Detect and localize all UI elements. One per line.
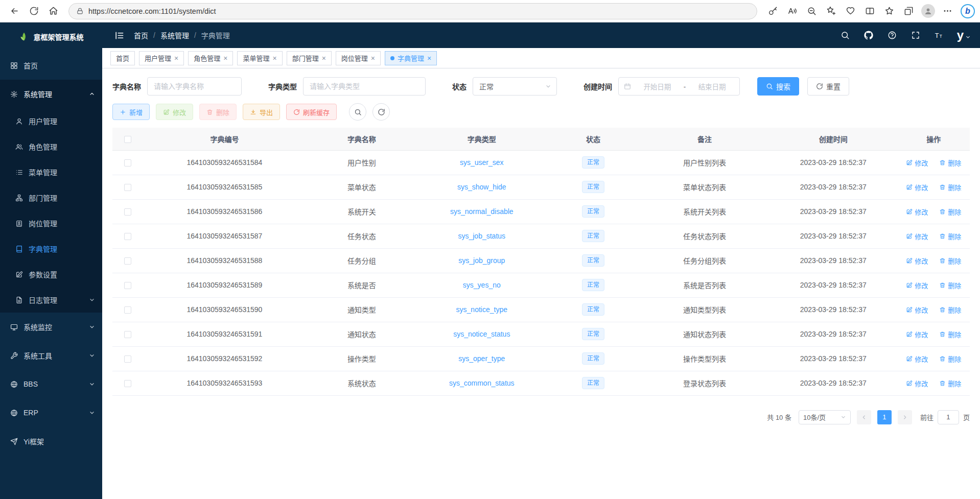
row-checkbox[interactable]: [124, 159, 131, 167]
add-button[interactable]: 新增: [112, 104, 150, 120]
edit-row-link[interactable]: 修改: [906, 305, 928, 315]
page-number-1[interactable]: 1: [877, 410, 892, 424]
row-checkbox[interactable]: [124, 380, 131, 387]
dict-type-input[interactable]: [303, 77, 426, 96]
tab-user-management[interactable]: 用户管理 ×: [139, 51, 184, 65]
tab-role-management[interactable]: 角色管理 ×: [188, 51, 233, 65]
fullscreen-icon[interactable]: [910, 30, 921, 41]
breadcrumb-system[interactable]: 系统管理: [160, 30, 189, 40]
sidebar-item-system-tools[interactable]: 系统工具: [0, 341, 102, 370]
browser-menu-icon[interactable]: [938, 3, 956, 20]
row-checkbox[interactable]: [124, 257, 131, 265]
dict-name-input[interactable]: [147, 77, 242, 96]
goto-page-input[interactable]: [938, 410, 959, 424]
close-icon[interactable]: ×: [223, 55, 227, 62]
edit-row-link[interactable]: 修改: [906, 231, 928, 241]
export-button[interactable]: 导出: [243, 104, 280, 120]
tab-post-management[interactable]: 岗位管理 ×: [336, 51, 381, 65]
edit-row-link[interactable]: 修改: [906, 256, 928, 266]
browser-refresh-button[interactable]: [25, 3, 43, 20]
browser-back-button[interactable]: [5, 3, 24, 20]
sidebar-item-bbs[interactable]: BBS: [0, 370, 102, 398]
edit-row-link[interactable]: 修改: [906, 207, 928, 217]
dict-type-link[interactable]: sys_yes_no: [463, 281, 501, 289]
tab-home[interactable]: 首页: [110, 51, 135, 65]
sidebar-item-dictionary[interactable]: 字典管理: [0, 236, 102, 262]
split-screen-icon[interactable]: [860, 3, 879, 20]
zoom-out-icon[interactable]: [802, 3, 821, 20]
browser-essentials-icon[interactable]: [841, 3, 859, 20]
read-aloud-icon[interactable]: [783, 3, 801, 20]
dict-type-link[interactable]: sys_common_status: [449, 379, 515, 387]
copilot-icon[interactable]: b: [961, 4, 975, 18]
sidebar-item-home[interactable]: 首页: [0, 51, 102, 80]
close-icon[interactable]: ×: [322, 55, 326, 62]
tab-dept-management[interactable]: 部门管理 ×: [287, 51, 332, 65]
refresh-table-button[interactable]: [372, 103, 390, 121]
sidebar-item-departments[interactable]: 部门管理: [0, 185, 102, 210]
close-icon[interactable]: ×: [427, 55, 431, 62]
sidebar-item-yi-framework[interactable]: Yi框架: [0, 427, 102, 456]
sidebar-item-roles[interactable]: 角色管理: [0, 134, 102, 159]
dict-type-link[interactable]: sys_job_status: [458, 232, 505, 240]
sidebar-item-users[interactable]: 用户管理: [0, 108, 102, 134]
sidebar-toggle-icon[interactable]: [111, 28, 127, 43]
delete-row-link[interactable]: 删除: [939, 280, 961, 290]
close-icon[interactable]: ×: [371, 55, 375, 62]
reset-button[interactable]: 重置: [807, 77, 849, 96]
search-icon[interactable]: [839, 30, 851, 41]
dict-type-link[interactable]: sys_notice_status: [453, 330, 510, 338]
edit-row-link[interactable]: 修改: [906, 329, 928, 339]
delete-row-link[interactable]: 删除: [939, 378, 961, 388]
edit-row-link[interactable]: 修改: [906, 378, 928, 388]
font-size-icon[interactable]: [934, 30, 945, 41]
site-permissions-icon[interactable]: [76, 7, 84, 15]
sidebar-item-system-monitor[interactable]: 系统监控: [0, 313, 102, 341]
edit-row-link[interactable]: 修改: [906, 354, 928, 364]
next-page-button[interactable]: [898, 410, 912, 424]
sidebar-item-logs[interactable]: 日志管理: [0, 287, 102, 313]
edit-row-link[interactable]: 修改: [906, 158, 928, 168]
tab-menu-management[interactable]: 菜单管理 ×: [237, 51, 282, 65]
dict-type-link[interactable]: sys_user_sex: [460, 158, 504, 167]
github-icon[interactable]: [863, 30, 874, 41]
row-checkbox[interactable]: [124, 355, 131, 363]
delete-row-link[interactable]: 删除: [939, 305, 961, 315]
delete-row-link[interactable]: 删除: [939, 329, 961, 339]
delete-row-link[interactable]: 删除: [939, 158, 961, 168]
search-button[interactable]: 搜索: [757, 77, 799, 96]
breadcrumb-home[interactable]: 首页: [134, 30, 148, 40]
dict-type-link[interactable]: sys_notice_type: [456, 305, 507, 314]
favorites-icon[interactable]: [880, 3, 898, 20]
close-icon[interactable]: ×: [272, 55, 276, 62]
delete-row-link[interactable]: 删除: [939, 207, 961, 217]
row-checkbox[interactable]: [124, 184, 131, 191]
address-bar[interactable]: https://ccnetcore.com:1101/system/dict: [68, 3, 757, 19]
date-range-picker[interactable]: 开始日期 - 结束日期: [618, 77, 740, 96]
tab-dict-management[interactable]: 字典管理 ×: [385, 51, 437, 65]
sidebar-item-erp[interactable]: ERP: [0, 398, 102, 427]
user-avatar[interactable]: y: [957, 29, 971, 41]
dict-type-link[interactable]: sys_job_group: [458, 256, 505, 265]
row-checkbox[interactable]: [124, 331, 131, 338]
dict-type-link[interactable]: sys_show_hide: [457, 183, 506, 191]
app-logo[interactable]: 意框架管理系统: [0, 22, 102, 51]
edit-row-link[interactable]: 修改: [906, 280, 928, 290]
sidebar-item-parameters[interactable]: 参数设置: [0, 262, 102, 287]
toggle-search-button[interactable]: [349, 103, 366, 121]
edit-button[interactable]: 修改: [156, 104, 193, 120]
sidebar-item-menus[interactable]: 菜单管理: [0, 159, 102, 185]
close-icon[interactable]: ×: [174, 55, 178, 62]
refresh-cache-button[interactable]: 刷新缓存: [286, 104, 337, 120]
delete-row-link[interactable]: 删除: [939, 182, 961, 192]
page-size-select[interactable]: 10条/页: [799, 410, 851, 424]
sidebar-item-posts[interactable]: 岗位管理: [0, 210, 102, 236]
add-favorite-icon[interactable]: [822, 3, 840, 20]
row-checkbox[interactable]: [124, 208, 131, 216]
delete-row-link[interactable]: 删除: [939, 256, 961, 266]
status-select[interactable]: 正常: [473, 77, 557, 96]
row-checkbox[interactable]: [124, 282, 131, 289]
delete-row-link[interactable]: 删除: [939, 354, 961, 364]
dict-type-link[interactable]: sys_oper_type: [458, 354, 505, 363]
collections-icon[interactable]: [899, 3, 918, 20]
